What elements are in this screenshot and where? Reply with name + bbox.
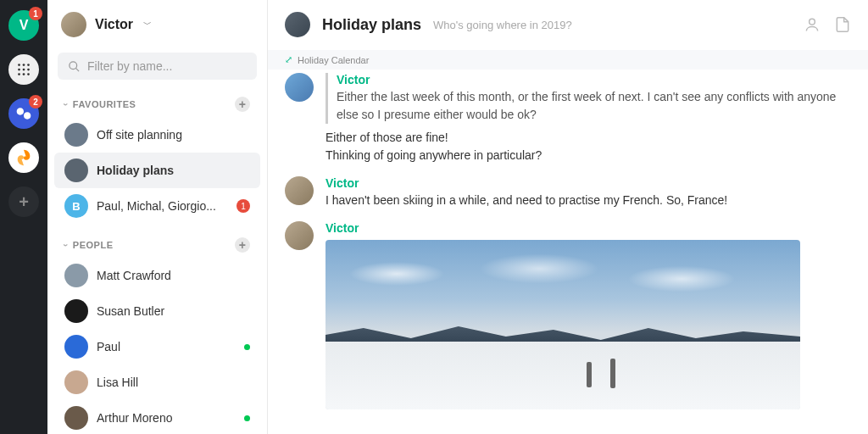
add-favourite-button[interactable]: + [235, 97, 250, 112]
files-icon[interactable] [834, 16, 851, 33]
sidebar-item-holiday-plans[interactable]: Holiday plans [54, 153, 260, 188]
chevron-down-icon: › [61, 103, 70, 106]
quote-text: Either the last week of this month, or t… [337, 88, 851, 124]
search-icon [68, 60, 81, 73]
message-image[interactable] [326, 240, 800, 409]
grid-dots-icon [14, 60, 33, 79]
room-avatar: B [64, 194, 88, 218]
unread-badge: 1 [236, 199, 250, 213]
message-avatar[interactable] [285, 73, 314, 102]
workspace-item-3[interactable]: 2 [8, 98, 39, 129]
room-topic: Who's going where in 2019? [433, 19, 572, 31]
main-panel: Holiday plans Who's going where in 2019?… [268, 0, 868, 434]
workspace-badge: 1 [29, 7, 42, 20]
app-icon [15, 105, 32, 122]
message: Victor [285, 221, 851, 409]
svg-point-3 [18, 69, 20, 71]
add-workspace-button[interactable]: + [8, 186, 39, 217]
room-avatar [64, 159, 88, 182]
svg-point-6 [18, 73, 20, 75]
workspace-item-4[interactable] [8, 142, 39, 173]
room-name: Paul, Michal, Giorgio... [97, 199, 228, 213]
message-text: Either of those are fine! Thinking of go… [326, 129, 851, 164]
message-text: I haven't been skiing in a while, and ne… [326, 192, 851, 209]
svg-point-7 [23, 73, 25, 75]
workspace-item-2[interactable] [8, 54, 39, 85]
message-quote: Victor Either the last week of this mont… [326, 73, 851, 124]
sidebar-header[interactable]: Victor ﹀ [47, 0, 267, 49]
message-list: Victor Either the last week of this mont… [268, 70, 868, 434]
workspace-victor[interactable]: V 1 [8, 10, 39, 41]
members-icon[interactable] [804, 16, 821, 33]
svg-point-8 [27, 73, 30, 75]
person-name: Lisa Hill [97, 376, 250, 389]
message-avatar[interactable] [285, 176, 314, 205]
room-title: Holiday plans [322, 16, 421, 34]
message: Victor Either the last week of this mont… [285, 73, 851, 164]
online-status-icon [244, 415, 250, 421]
person-name: Paul [97, 340, 236, 353]
message-body: Victor I haven't been skiing in a while,… [326, 176, 851, 209]
sidebar-person-susan[interactable]: Susan Butler [54, 293, 260, 329]
chevron-down-icon: › [61, 243, 70, 247]
person-avatar [64, 406, 88, 430]
filter-input[interactable] [87, 59, 247, 73]
person-avatar [64, 299, 88, 323]
room-avatar [64, 123, 88, 147]
svg-point-11 [810, 19, 815, 25]
sidebar-item-group[interactable]: B Paul, Michal, Giorgio... 1 [54, 188, 260, 224]
favourites-header[interactable]: › FAVOURITES + [54, 92, 260, 117]
expand-icon[interactable]: ⤢ [285, 54, 292, 65]
message-body: Victor Either the last week of this mont… [326, 73, 851, 164]
people-section: › PEOPLE + Matt Crawford Susan Butler Pa… [47, 232, 267, 434]
message: Victor I haven't been skiing in a while,… [285, 176, 851, 209]
sidebar-item-offsite[interactable]: Off site planning [54, 117, 260, 153]
svg-point-1 [23, 64, 25, 66]
svg-point-5 [27, 69, 30, 71]
widget-banner[interactable]: ⤢ Holiday Calendar [268, 50, 868, 70]
workspace-rail: V 1 2 + [0, 0, 47, 434]
header-actions [804, 16, 851, 33]
message-author: Victor [326, 221, 851, 235]
svg-line-10 [75, 68, 79, 71]
room-name: Holiday plans [97, 164, 250, 177]
svg-point-9 [70, 61, 77, 69]
room-avatar [285, 12, 310, 37]
message-avatar[interactable] [285, 221, 314, 250]
sidebar-person-lisa[interactable]: Lisa Hill [54, 364, 260, 400]
sidebar-person-arthur[interactable]: Arthur Moreno [54, 400, 260, 434]
person-avatar [64, 335, 88, 359]
person-name: Arthur Moreno [97, 411, 236, 425]
message-body: Victor [326, 221, 851, 409]
chevron-down-icon: ﹀ [143, 19, 152, 31]
message-author: Victor [326, 176, 851, 190]
swirl-icon [14, 148, 33, 167]
person-avatar [64, 370, 88, 394]
person-name: Matt Crawford [97, 269, 250, 282]
banner-label: Holiday Calendar [298, 55, 369, 65]
section-label: PEOPLE [73, 240, 114, 250]
person-name: Susan Butler [97, 304, 250, 318]
people-header[interactable]: › PEOPLE + [54, 232, 260, 258]
username: Victor [95, 17, 133, 32]
sidebar-person-paul[interactable]: Paul [54, 329, 260, 364]
add-person-button[interactable]: + [235, 237, 250, 253]
user-avatar [61, 12, 86, 37]
filter-search[interactable] [58, 53, 257, 80]
sidebar-person-matt[interactable]: Matt Crawford [54, 258, 260, 293]
person-avatar [64, 264, 88, 287]
room-name: Off site planning [97, 128, 250, 142]
favourites-section: › FAVOURITES + Off site planning Holiday… [47, 92, 267, 224]
sidebar: Victor ﹀ › FAVOURITES + Off site plannin… [47, 0, 268, 434]
room-header: Holiday plans Who's going where in 2019? [268, 0, 868, 50]
quote-author: Victor [337, 73, 851, 86]
svg-point-2 [27, 64, 30, 66]
online-status-icon [244, 344, 250, 350]
svg-point-4 [23, 69, 25, 71]
workspace-badge: 2 [29, 95, 42, 108]
svg-point-0 [18, 64, 20, 66]
workspace-letter: V [19, 18, 29, 33]
section-label: FAVOURITES [73, 99, 136, 109]
